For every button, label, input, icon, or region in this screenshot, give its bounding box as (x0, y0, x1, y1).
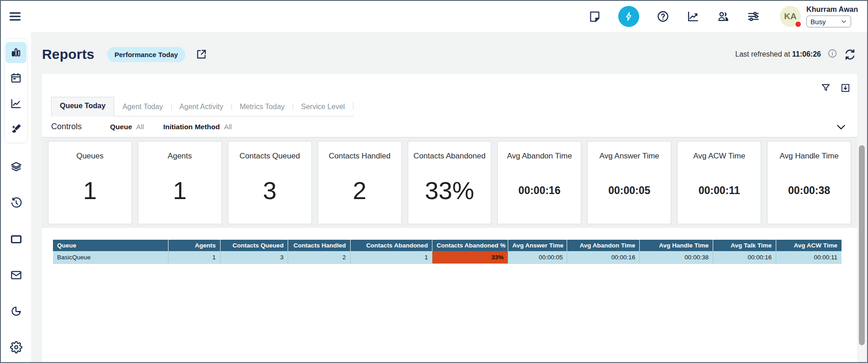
tab-service-level[interactable]: Service Level (293, 98, 353, 116)
kpi-card-contacts-abandoned: Contacts Abandoned 33% (408, 141, 492, 224)
cell-avg-talk-time: 00:00:16 (713, 251, 776, 264)
topbar-actions: KA Khurram Awan Busy (589, 5, 858, 27)
status-select-value: Busy (810, 18, 826, 26)
cell-avg-acw-time: 00:00:11 (776, 251, 842, 264)
cell-contacts-handled: 2 (288, 251, 350, 264)
sidebar-item-settings[interactable] (5, 337, 26, 358)
controls-title: Controls (51, 122, 82, 132)
table-header-row: Queue Agents Contacts Queued Contacts Ha… (53, 240, 842, 251)
sidebar-item-reports-pie[interactable] (5, 300, 26, 321)
filter-funnel-icon[interactable] (821, 83, 831, 93)
preferences-sliders-icon[interactable] (747, 10, 760, 23)
filter-queue[interactable]: Queue All (110, 123, 144, 131)
sidebar-item-flows[interactable] (5, 156, 26, 177)
gear-icon (10, 341, 22, 353)
sidebar-item-dashboard[interactable] (5, 42, 26, 63)
tab-bar: Queue Today Agent Today Agent Activity M… (51, 97, 353, 116)
refresh-icon[interactable] (844, 48, 856, 61)
avatar-initials: KA (784, 11, 796, 21)
scrollbar-thumb[interactable] (859, 145, 865, 345)
col-avg-answer-time: Avg Answer Time (508, 240, 567, 251)
collapse-chevron-icon[interactable] (835, 121, 847, 133)
download-icon[interactable] (840, 83, 851, 93)
sidebar-item-history[interactable] (5, 192, 26, 213)
main-content: Reports Performance Today Last refreshed… (31, 32, 867, 362)
sidebar-item-design[interactable] (5, 119, 26, 140)
sidebar-report-group (4, 38, 28, 143)
calendar-icon (10, 72, 22, 84)
cell-avg-answer-time: 00:00:05 (508, 251, 567, 264)
cell-avg-abandon-time: 00:00:16 (567, 251, 640, 264)
line-chart-icon (10, 98, 22, 110)
queue-table-wrap: Queue Agents Contacts Queued Contacts Ha… (53, 240, 842, 264)
kpi-strip: Queues 1 Agents 1 Contacts Queued 3 Cont… (42, 137, 857, 228)
tab-agent-activity[interactable]: Agent Activity (171, 98, 231, 116)
hamburger-menu-icon[interactable] (8, 10, 22, 23)
kpi-card-contacts-handled: Contacts Handled 2 (318, 141, 402, 224)
cell-contacts-queued: 3 (220, 251, 288, 264)
kpi-value: 00:00:16 (518, 161, 560, 224)
cell-agents: 1 (168, 251, 220, 264)
kpi-card-avg-handle-time: Avg Handle Time 00:00:38 (767, 141, 851, 224)
quick-connect-bolt-icon[interactable] (618, 6, 639, 27)
layers-icon (10, 161, 22, 173)
kpi-value: 00:00:38 (788, 161, 830, 224)
cell-contacts-abandoned-pct: 33% (432, 251, 508, 264)
cell-avg-handle-time: 00:00:38 (640, 251, 713, 264)
sidebar-lower-group (5, 143, 26, 360)
last-refreshed-time: 11:06:26 (792, 50, 821, 58)
sidebar-item-mail[interactable] (5, 264, 26, 285)
sidebar-item-schedule[interactable] (5, 68, 26, 89)
refresh-cluster: Last refreshed at 11:06:26 (735, 48, 856, 61)
last-refreshed-text: Last refreshed at 11:06:26 (735, 50, 821, 58)
status-select[interactable]: Busy (806, 16, 851, 27)
agents-icon[interactable] (717, 10, 730, 23)
kpi-value: 00:00:11 (699, 161, 740, 224)
col-agents: Agents (168, 240, 220, 251)
cell-queue: BasicQueue (53, 251, 168, 264)
col-avg-handle-time: Avg Handle Time (640, 240, 713, 251)
report-badge: Performance Today (107, 47, 185, 62)
info-icon[interactable] (827, 48, 837, 60)
col-avg-acw-time: Avg ACW Time (776, 240, 842, 251)
col-avg-talk-time: Avg Talk Time (713, 240, 776, 251)
kpi-card-queues: Queues 1 (48, 141, 132, 224)
sidebar-item-analytics[interactable] (5, 93, 26, 114)
tab-metrics-today[interactable]: Metrics Today (231, 98, 293, 116)
page-title: Reports (42, 47, 95, 62)
tab-queue-today[interactable]: Queue Today (51, 97, 114, 116)
busy-status-dot-icon (794, 21, 802, 28)
mail-icon (10, 269, 22, 281)
user-cluster: KA Khurram Awan Busy (780, 5, 858, 27)
kpi-value: 1 (83, 161, 97, 224)
kpi-value: 3 (263, 161, 277, 224)
window-icon (10, 233, 22, 245)
col-contacts-queued: Contacts Queued (220, 240, 288, 251)
vertical-scrollbar[interactable] (858, 143, 865, 361)
col-queue: Queue (53, 240, 168, 251)
notes-icon[interactable] (589, 11, 601, 23)
page-header: Reports Performance Today Last refreshed… (42, 44, 856, 65)
kpi-value: 00:00:05 (608, 161, 650, 224)
kpi-value: 33% (425, 161, 474, 224)
filter-initiation-method[interactable]: Initiation Method All (163, 123, 232, 131)
metrics-icon[interactable] (687, 10, 700, 23)
sidebar (1, 32, 31, 362)
help-icon[interactable] (657, 10, 669, 23)
history-icon (10, 197, 22, 209)
kpi-value: 1 (173, 161, 187, 224)
controls-bar: Controls Queue All Initiation Method All (42, 116, 857, 137)
chevron-down-icon (841, 18, 847, 25)
tab-agent-today[interactable]: Agent Today (114, 98, 171, 116)
avatar[interactable]: KA (780, 6, 801, 27)
queue-table: Queue Agents Contacts Queued Contacts Ha… (53, 240, 842, 264)
sidebar-item-window[interactable] (5, 228, 26, 249)
bar-chart-icon (10, 47, 22, 58)
col-contacts-abandoned-pct: Contacts Abandoned % (432, 240, 508, 251)
cell-contacts-abandoned: 1 (350, 251, 432, 264)
table-row: BasicQueue 1 3 2 1 33% 00:00:05 00:00:16… (53, 251, 842, 264)
kpi-value: 2 (353, 161, 367, 224)
external-link-icon[interactable] (195, 48, 207, 60)
col-contacts-abandoned: Contacts Abandoned (350, 240, 432, 251)
app-window: KA Khurram Awan Busy (0, 0, 868, 363)
